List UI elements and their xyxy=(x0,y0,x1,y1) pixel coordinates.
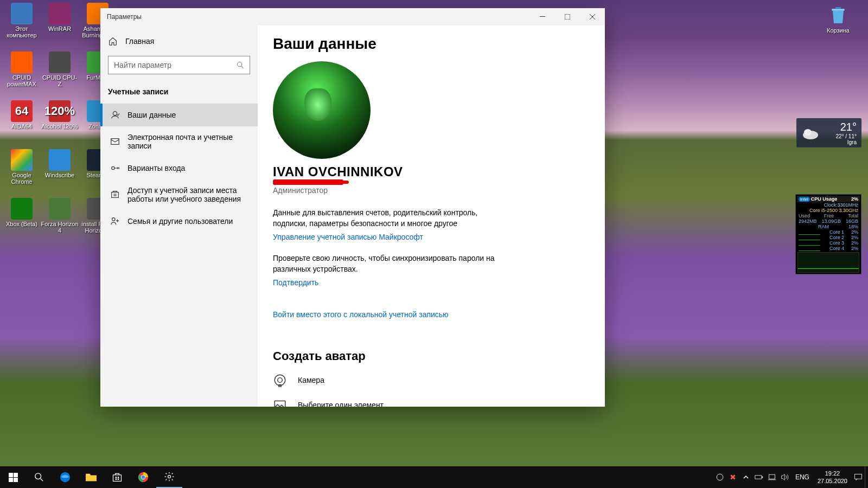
svg-rect-7 xyxy=(112,192,119,198)
chrome-icon xyxy=(137,471,149,483)
desktop-icon[interactable]: WinRAR xyxy=(41,3,79,49)
desktop-icon-label: WinRAR xyxy=(48,25,71,32)
user-role: Администратор xyxy=(273,186,590,195)
show-desktop-button[interactable] xyxy=(865,466,868,488)
desktop-icon[interactable]: 64AIDA64 xyxy=(3,100,41,146)
weather-widget[interactable]: 21° 22° / 11° Igra xyxy=(796,118,861,147)
sidebar-item[interactable]: Доступ к учетной записи места работы или… xyxy=(100,179,258,210)
settings-taskbar-button[interactable] xyxy=(156,466,182,488)
svg-rect-21 xyxy=(116,477,117,478)
recycle-bin[interactable]: Корзина xyxy=(819,4,857,34)
minimize-icon xyxy=(540,14,545,20)
close-icon xyxy=(590,14,595,20)
svg-rect-5 xyxy=(111,139,119,145)
chevron-up-icon[interactable] xyxy=(739,466,752,488)
camera-option[interactable]: Камера xyxy=(273,373,590,387)
nav-icon xyxy=(110,110,120,120)
svg-rect-2 xyxy=(540,16,545,17)
minimize-button[interactable] xyxy=(530,8,555,25)
gear-icon xyxy=(164,471,175,482)
home-label: Главная xyxy=(125,37,154,46)
sidebar-item[interactable]: Варианты входа xyxy=(100,157,258,179)
edge-button[interactable] xyxy=(52,466,78,488)
taskbar-clock[interactable]: 19:22 27.05.2020 xyxy=(813,470,852,485)
store-button[interactable] xyxy=(104,466,130,488)
system-tray: ✖ ENG 19:22 27.05.2020 xyxy=(713,466,868,488)
desktop-icon[interactable]: Xbox (Beta) xyxy=(3,198,41,244)
action-center-icon[interactable] xyxy=(852,466,865,488)
cpu-usage-widget[interactable]: intelCPU Usage2% Clock:3301MHz Core i5-2… xyxy=(795,194,861,274)
chrome-button[interactable] xyxy=(130,466,156,488)
desktop-icon[interactable]: Forza Horizon 4 xyxy=(41,198,79,244)
app-icon xyxy=(49,3,71,24)
app-icon xyxy=(49,198,71,220)
maximize-icon xyxy=(565,14,570,20)
create-avatar-heading: Создать аватар xyxy=(273,349,590,363)
browse-option[interactable]: Выберите один элемент xyxy=(273,398,590,407)
search-button[interactable] xyxy=(26,466,52,488)
network-icon[interactable] xyxy=(765,466,778,488)
cpu-mem-total: 16GB xyxy=(846,219,858,224)
maximize-button[interactable] xyxy=(555,8,580,25)
desktop-icon[interactable]: 120%Alcohol 120% xyxy=(41,100,79,146)
desktop-icon-label: Xbox (Beta) xyxy=(6,221,37,227)
sidebar-item[interactable]: Семья и другие пользователи xyxy=(100,210,258,233)
app-tray-icon[interactable]: ✖ xyxy=(726,466,739,488)
svg-rect-14 xyxy=(14,473,18,477)
browse-option-label: Выберите один элемент xyxy=(298,401,384,407)
battery-icon[interactable] xyxy=(752,466,765,488)
sidebar-item-label: Семья и другие пользователи xyxy=(127,217,233,226)
desktop-icon[interactable]: Этот компьютер xyxy=(3,3,41,49)
cpu-core-row: Core 42% xyxy=(797,246,860,251)
desktop-icon-label: Windscribe xyxy=(45,172,74,178)
store-icon xyxy=(112,472,123,483)
sidebar-item[interactable]: Электронная почта и учетные записи xyxy=(100,126,258,157)
close-button[interactable] xyxy=(580,8,605,25)
svg-point-4 xyxy=(237,62,241,66)
windows-icon xyxy=(9,473,18,482)
camera-icon xyxy=(273,373,287,387)
cpu-pct: 2% xyxy=(851,196,858,202)
home-button[interactable]: Главная xyxy=(100,31,258,52)
taskbar-time: 19:22 xyxy=(818,470,847,477)
settings-content: Ваши данные IVAN OVCHINNIKOV Администрат… xyxy=(258,25,605,407)
weather-location: Igra xyxy=(835,139,857,145)
search-input[interactable]: Найти параметр xyxy=(108,56,250,74)
cpu-core-row: Core 32% xyxy=(797,240,860,246)
desktop-icon[interactable]: CPUID powerMAX xyxy=(3,52,41,98)
svg-point-1 xyxy=(804,129,812,136)
volume-icon[interactable] xyxy=(778,466,792,488)
explorer-button[interactable] xyxy=(78,466,104,488)
window-titlebar[interactable]: Параметры xyxy=(100,8,605,25)
svg-rect-13 xyxy=(9,473,13,477)
start-button[interactable] xyxy=(0,466,26,488)
local-account-link[interactable]: Войти вместо этого с локальной учетной з… xyxy=(273,310,449,319)
xbox-tray-icon[interactable] xyxy=(713,466,726,488)
window-title: Параметры xyxy=(107,13,142,21)
desktop-icon[interactable]: Google Chrome xyxy=(3,149,41,195)
sidebar-item[interactable]: Ваши данные xyxy=(100,104,258,126)
app-icon xyxy=(11,52,33,73)
cpu-h-total: Total xyxy=(848,213,858,219)
svg-rect-33 xyxy=(855,474,862,479)
sidebar-item-label: Варианты входа xyxy=(127,164,185,172)
desktop-icon[interactable]: Windscribe xyxy=(41,149,79,195)
svg-rect-32 xyxy=(769,474,775,479)
page-title: Ваши данные xyxy=(273,35,590,53)
desktop-icon[interactable]: CPUID CPU-Z xyxy=(41,52,79,98)
cpu-mem-free: 13.09GB xyxy=(821,219,841,224)
svg-point-29 xyxy=(717,474,723,480)
verify-link[interactable]: Подтвердить xyxy=(273,278,318,287)
recycle-bin-icon xyxy=(827,4,849,26)
settings-sidebar: Главная Найти параметр Учетные записи Ва… xyxy=(100,25,258,407)
language-indicator[interactable]: ENG xyxy=(792,466,813,488)
cpu-ram-label: RAM xyxy=(818,224,829,229)
home-icon xyxy=(108,36,118,46)
svg-rect-16 xyxy=(14,478,18,482)
cpu-core-row: Core 12% xyxy=(797,229,860,235)
manage-account-link[interactable]: Управление учетной записью Майкрософт xyxy=(273,233,423,241)
sidebar-item-label: Ваши данные xyxy=(127,111,176,119)
desktop-wallpaper[interactable]: Этот компьютерWinRARAshampoo Burning S..… xyxy=(0,0,868,466)
cpu-clock: 3301MHz xyxy=(837,202,858,208)
recycle-bin-label: Корзина xyxy=(827,27,850,34)
